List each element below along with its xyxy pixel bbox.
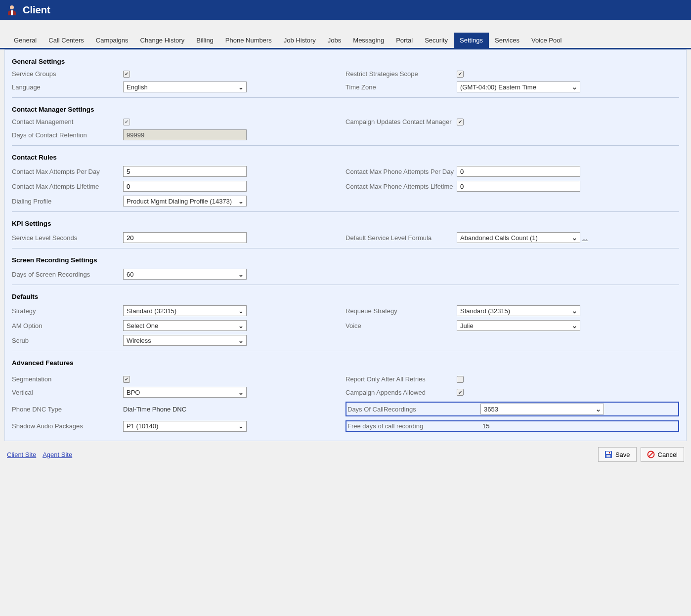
chevron-down-icon: ⌄ (569, 322, 580, 329)
restrict-strategies-label: Restrict Strategies Scope (346, 70, 457, 78)
max-phone-attempts-day-label: Contact Max Phone Attempts Per Day (346, 168, 457, 175)
section-general-settings: General Settings (12, 58, 679, 65)
chevron-down-icon: ⌄ (235, 307, 246, 315)
service-level-input[interactable] (123, 232, 247, 243)
shadow-audio-label: Shadow Audio Packages (12, 422, 123, 430)
chevron-down-icon: ⌄ (235, 422, 246, 430)
section-defaults: Defaults (12, 293, 679, 300)
tab-call-centers[interactable]: Call Centers (43, 33, 90, 48)
divider (12, 211, 679, 212)
shadow-audio-select[interactable]: P1 (10140) ⌄ (123, 421, 247, 432)
max-phone-attempts-life-input[interactable] (457, 181, 580, 192)
timezone-select[interactable]: (GMT-04:00) Eastern Time ⌄ (457, 82, 580, 92)
agent-site-link[interactable]: Agent Site (43, 451, 72, 458)
campaign-appends-checkbox[interactable] (457, 389, 464, 396)
max-attempts-day-label: Contact Max Attempts Per Day (12, 168, 123, 175)
max-phone-attempts-day-input[interactable] (457, 166, 580, 177)
chevron-down-icon: ⌄ (593, 406, 604, 413)
svg-rect-3 (606, 452, 611, 454)
client-icon (7, 4, 17, 16)
max-attempts-life-label: Contact Max Attempts Lifetime (12, 183, 123, 190)
dialing-profile-label: Dialing Profile (12, 198, 123, 205)
restrict-strategies-checkbox[interactable] (457, 71, 464, 78)
strategy-select[interactable]: Standard (32315) ⌄ (123, 305, 247, 316)
chevron-down-icon: ⌄ (235, 337, 246, 344)
scrub-select[interactable]: Wireless ⌄ (123, 335, 247, 346)
phone-dnc-label: Phone DNC Type (12, 406, 123, 413)
voice-select[interactable]: Julie ⌄ (457, 320, 580, 331)
chevron-down-icon: ⌄ (569, 234, 580, 242)
cancel-icon (647, 451, 655, 458)
am-option-select[interactable]: Select One ⌄ (123, 320, 247, 331)
tab-services[interactable]: Services (489, 33, 525, 48)
dialing-profile-select[interactable]: Product Mgmt Dialing Profile (14373) ⌄ (123, 196, 247, 206)
tab-security[interactable]: Security (419, 33, 454, 48)
tab-change-history[interactable]: Change History (134, 33, 191, 48)
campaign-updates-label: Campaign Updates Contact Manager (346, 118, 457, 125)
svg-point-0 (10, 5, 14, 9)
cancel-button[interactable]: Cancel (641, 447, 684, 462)
vertical-label: Vertical (12, 389, 123, 396)
settings-panel: General Settings Service Groups Restrict… (4, 49, 687, 441)
tab-jobs[interactable]: Jobs (322, 33, 347, 48)
service-groups-label: Service Groups (12, 70, 123, 78)
segmentation-label: Segmentation (12, 375, 123, 383)
tab-job-history[interactable]: Job History (278, 33, 322, 48)
phone-dnc-value: Dial-Time Phone DNC (123, 406, 186, 413)
timezone-label: Time Zone (346, 83, 457, 91)
svg-rect-5 (609, 452, 610, 453)
days-callrec-select[interactable]: 3653 ⌄ (480, 404, 604, 414)
campaign-updates-checkbox[interactable] (457, 119, 464, 125)
service-level-label: Service Level Seconds (12, 234, 123, 242)
max-phone-attempts-life-label: Contact Max Phone Attempts Lifetime (346, 183, 457, 190)
max-attempts-day-input[interactable] (123, 166, 247, 177)
scrub-label: Scrub (12, 337, 123, 344)
vertical-select[interactable]: BPO ⌄ (123, 387, 247, 398)
free-days-highlight: Free days of call recording 15 (346, 420, 679, 432)
divider (12, 285, 679, 285)
free-days-value: 15 (482, 422, 489, 430)
client-site-link[interactable]: Client Site (7, 451, 36, 458)
report-only-checkbox[interactable] (457, 376, 464, 383)
strategy-label: Strategy (12, 307, 123, 315)
tab-billing[interactable]: Billing (190, 33, 219, 48)
days-callrec-highlight: Days Of CallRecordings 3653 ⌄ (346, 402, 679, 416)
tab-campaigns[interactable]: Campaigns (90, 33, 134, 48)
tab-portal[interactable]: Portal (390, 33, 419, 48)
section-kpi: KPI Settings (12, 220, 679, 227)
divider (12, 248, 679, 248)
formula-more-link[interactable]: ... (582, 234, 588, 242)
tab-general[interactable]: General (8, 33, 43, 48)
days-retention-label: Days of Contact Retention (12, 131, 123, 139)
svg-line-7 (648, 452, 653, 457)
days-screen-rec-label: Days of Screen Recordings (12, 271, 123, 278)
chevron-down-icon: ⌄ (235, 83, 246, 91)
report-only-label: Report Only After All Retries (346, 375, 457, 383)
default-formula-select[interactable]: Abandoned Calls Count (1) ⌄ (457, 232, 580, 243)
footer: Client Site Agent Site Save Cancel (0, 441, 691, 468)
svg-rect-1 (11, 10, 13, 15)
segmentation-checkbox[interactable] (123, 376, 130, 383)
chevron-down-icon: ⌄ (569, 307, 580, 315)
section-contact-manager: Contact Manager Settings (12, 106, 679, 113)
language-select[interactable]: English ⌄ (123, 82, 247, 92)
tab-messaging[interactable]: Messaging (347, 33, 390, 48)
campaign-appends-label: Campaign Appends Allowed (346, 389, 457, 396)
tab-phone-numbers[interactable]: Phone Numbers (219, 33, 278, 48)
divider (12, 97, 679, 98)
requeue-label: Requeue Strategy (346, 307, 457, 315)
tab-settings[interactable]: Settings (454, 33, 489, 48)
chevron-down-icon: ⌄ (235, 322, 246, 329)
app-header: Client (0, 0, 691, 20)
chevron-down-icon: ⌄ (235, 389, 246, 396)
max-attempts-life-input[interactable] (123, 181, 247, 192)
days-screen-rec-select[interactable]: 60 ⌄ (123, 269, 247, 280)
save-button[interactable]: Save (598, 447, 637, 462)
section-advanced: Advanced Features (12, 359, 679, 367)
default-formula-label: Default Service Level Formula (346, 234, 457, 242)
requeue-select[interactable]: Standard (32315) ⌄ (457, 305, 580, 316)
contact-mgmt-checkbox (123, 119, 130, 125)
free-days-label: Free days of call recording (347, 422, 482, 430)
tab-voice-pool[interactable]: Voice Pool (525, 33, 567, 48)
service-groups-checkbox[interactable] (123, 71, 130, 78)
